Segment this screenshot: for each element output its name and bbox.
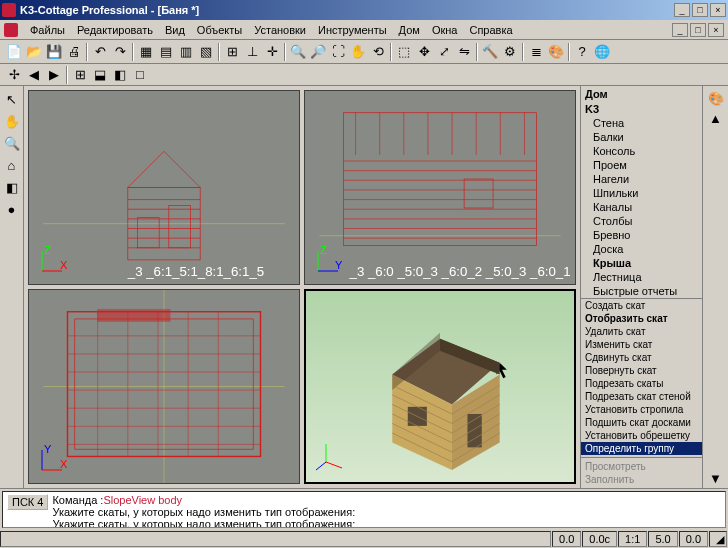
select-icon[interactable]: ⬚	[394, 42, 414, 62]
mdi-restore-button[interactable]: □	[690, 23, 706, 37]
svg-rect-4	[169, 206, 191, 248]
command-item-selected[interactable]: Определить группу	[581, 442, 702, 455]
tree-root[interactable]: K3	[583, 102, 700, 116]
menu-объекты[interactable]: Объекты	[191, 22, 248, 38]
undo-icon[interactable]: ↶	[90, 42, 110, 62]
command-item[interactable]: Удалить скат	[581, 325, 702, 338]
view1-icon[interactable]: ▦	[136, 42, 156, 62]
svg-text:_3 _6:1_5:1_8:1_6:1_5: _3 _6:1_5:1_8:1_6:1_5	[127, 264, 264, 279]
status-ratio: 1:1	[618, 531, 647, 547]
grid-icon[interactable]: ⊞	[222, 42, 242, 62]
menu-дом[interactable]: Дом	[393, 22, 426, 38]
maximize-button[interactable]: □	[692, 3, 708, 17]
tree-item[interactable]: Столбы	[583, 214, 700, 228]
command-item[interactable]: Сдвинуть скат	[581, 351, 702, 364]
zoom-in-icon[interactable]: 🔍	[288, 42, 308, 62]
rotate-icon[interactable]: ⟲	[368, 42, 388, 62]
pan-icon[interactable]: ✋	[348, 42, 368, 62]
titlebar: K3-Cottage Professional - [Баня *] _ □ ×	[0, 0, 728, 20]
grid4-icon[interactable]: ⊞	[70, 65, 90, 85]
scroll-down-button[interactable]: ▼	[706, 468, 726, 488]
tree-item[interactable]: Бревно	[583, 228, 700, 242]
scroll-up-button[interactable]: ▲	[706, 108, 726, 128]
scale-icon[interactable]: ⤢	[434, 42, 454, 62]
view3-icon[interactable]: ▥	[176, 42, 196, 62]
hand-icon[interactable]: ✋	[2, 111, 22, 131]
grid2h-icon[interactable]: ⬓	[90, 65, 110, 85]
tree-item-roof[interactable]: Крыша	[583, 256, 700, 270]
compass-icon[interactable]: ✢	[4, 65, 24, 85]
arrow-left-icon[interactable]: ◀	[24, 65, 44, 85]
menu-файлы[interactable]: Файлы	[24, 22, 71, 38]
main-toolbar: 📄📂💾🖨↶↷▦▤▥▧⊞⊥✛🔍🔎⛶✋⟲⬚✥⤢⇋🔨⚙≣🎨?🌐	[0, 40, 728, 64]
view-toolbar: ✢◀▶⊞⬓◧□	[0, 64, 728, 86]
command-item[interactable]: Изменить скат	[581, 338, 702, 351]
sphere-icon[interactable]: ●	[2, 199, 22, 219]
viewport-side[interactable]: _3 _6:0 _5:0_3 _6:0_2 _5:0_3 _6:0_1 ZY	[304, 90, 576, 285]
menu-редактировать[interactable]: Редактировать	[71, 22, 159, 38]
gear-icon[interactable]: ⚙	[500, 42, 520, 62]
tree-item[interactable]: Доска	[583, 242, 700, 256]
cursor-icon[interactable]: ↖	[2, 89, 22, 109]
window-controls: _ □ ×	[674, 3, 726, 17]
tree-item[interactable]: Быстрые отчеты	[583, 284, 700, 298]
command-item-disabled[interactable]: Заполнить	[581, 473, 702, 486]
home-icon[interactable]: ⌂	[2, 155, 22, 175]
command-item[interactable]: Подрезать скаты	[581, 377, 702, 390]
command-item[interactable]: Отобразить скат	[581, 312, 702, 325]
layer-icon[interactable]: ≣	[526, 42, 546, 62]
menu-вид[interactable]: Вид	[159, 22, 191, 38]
mdi-minimize-button[interactable]: _	[672, 23, 688, 37]
redo-icon[interactable]: ↷	[110, 42, 130, 62]
grid2v-icon[interactable]: ◧	[110, 65, 130, 85]
zoom-out-icon[interactable]: 🔎	[308, 42, 328, 62]
view2-icon[interactable]: ▤	[156, 42, 176, 62]
minimize-button[interactable]: _	[674, 3, 690, 17]
ortho-icon[interactable]: ⊥	[242, 42, 262, 62]
viewport-plan[interactable]: YX	[28, 289, 300, 484]
mirror-icon[interactable]: ⇋	[454, 42, 474, 62]
menu-окна[interactable]: Окна	[426, 22, 464, 38]
command-item[interactable]: Установить обрешетку	[581, 429, 702, 442]
open-icon[interactable]: 📂	[24, 42, 44, 62]
tree-item[interactable]: Балки	[583, 130, 700, 144]
view4-icon[interactable]: ▧	[196, 42, 216, 62]
move-icon[interactable]: ✥	[414, 42, 434, 62]
tree-item[interactable]: Каналы	[583, 200, 700, 214]
close-button[interactable]: ×	[710, 3, 726, 17]
tree-item[interactable]: Лестница	[583, 270, 700, 284]
menu-справка[interactable]: Справка	[463, 22, 518, 38]
command-item[interactable]: Создать скат	[581, 299, 702, 312]
print-icon[interactable]: 🖨	[64, 42, 84, 62]
hammer-icon[interactable]: 🔨	[480, 42, 500, 62]
color-icon[interactable]: 🎨	[546, 42, 566, 62]
command-item[interactable]: Установить стропила	[581, 403, 702, 416]
command-line[interactable]: ПСК 4 Команда :SlopeView body Укажите ск…	[2, 491, 726, 528]
magnify-icon[interactable]: 🔍	[2, 133, 22, 153]
menu-инструменты[interactable]: Инструменты	[312, 22, 393, 38]
tree-item[interactable]: Нагели	[583, 172, 700, 186]
command-item-disabled[interactable]: Просмотреть	[581, 460, 702, 473]
viewport-3d[interactable]	[304, 289, 576, 484]
menu-установки[interactable]: Установки	[248, 22, 312, 38]
snap-icon[interactable]: ✛	[262, 42, 282, 62]
save-icon[interactable]: 💾	[44, 42, 64, 62]
tree-item[interactable]: Шпильки	[583, 186, 700, 200]
help-icon[interactable]: ?	[572, 42, 592, 62]
arrow-right-icon[interactable]: ▶	[44, 65, 64, 85]
mdi-close-button[interactable]: ×	[708, 23, 724, 37]
palette-icon[interactable]: 🎨	[706, 88, 726, 108]
tree-item[interactable]: Проем	[583, 158, 700, 172]
command-item[interactable]: Повернуть скат	[581, 364, 702, 377]
new-icon[interactable]: 📄	[4, 42, 24, 62]
cube-icon[interactable]: ◧	[2, 177, 22, 197]
command-item[interactable]: Подрезать скат стеной	[581, 390, 702, 403]
viewports: _3 _6:1_5:1_8:1_6:1_5 ZX	[24, 86, 580, 488]
grid1-icon[interactable]: □	[130, 65, 150, 85]
tree-item[interactable]: Консоль	[583, 144, 700, 158]
tree-item[interactable]: Стена	[583, 116, 700, 130]
command-item[interactable]: Подшить скат досками	[581, 416, 702, 429]
fit-icon[interactable]: ⛶	[328, 42, 348, 62]
viewport-front[interactable]: _3 _6:1_5:1_8:1_6:1_5 ZX	[28, 90, 300, 285]
globe-icon[interactable]: 🌐	[592, 42, 612, 62]
